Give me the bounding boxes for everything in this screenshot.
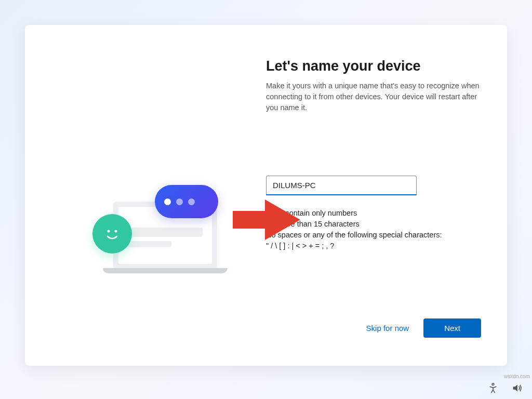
- svg-marker-2: [233, 200, 300, 240]
- page-title: Let's name your device: [266, 58, 481, 74]
- accessibility-icon[interactable]: [487, 382, 499, 394]
- password-bubble-icon: [155, 185, 218, 218]
- svg-point-3: [492, 383, 494, 385]
- taskbar-icons: [487, 382, 523, 394]
- page-subtitle: Make it yours with a unique name that's …: [266, 81, 481, 113]
- smiley-face-icon: [92, 214, 132, 254]
- setup-panel: Let's name your device Make it yours wit…: [25, 25, 507, 366]
- rule-line: " / \ [ ] : | < > + = ; , ?: [266, 241, 481, 251]
- svg-point-1: [115, 231, 116, 232]
- arrow-annotation-icon: [233, 200, 300, 240]
- volume-icon[interactable]: [511, 382, 523, 394]
- next-button[interactable]: Next: [423, 318, 481, 338]
- footer-buttons: Skip for now Next: [266, 318, 481, 345]
- svg-point-0: [108, 231, 109, 232]
- illustration-area: [25, 25, 266, 366]
- watermark-text: wsxdn.com: [504, 374, 530, 379]
- device-illustration: [92, 176, 228, 280]
- skip-button[interactable]: Skip for now: [366, 324, 409, 332]
- content-area: Let's name your device Make it yours wit…: [266, 25, 507, 366]
- device-name-input[interactable]: [266, 176, 417, 195]
- device-name-field-wrap: [266, 176, 481, 195]
